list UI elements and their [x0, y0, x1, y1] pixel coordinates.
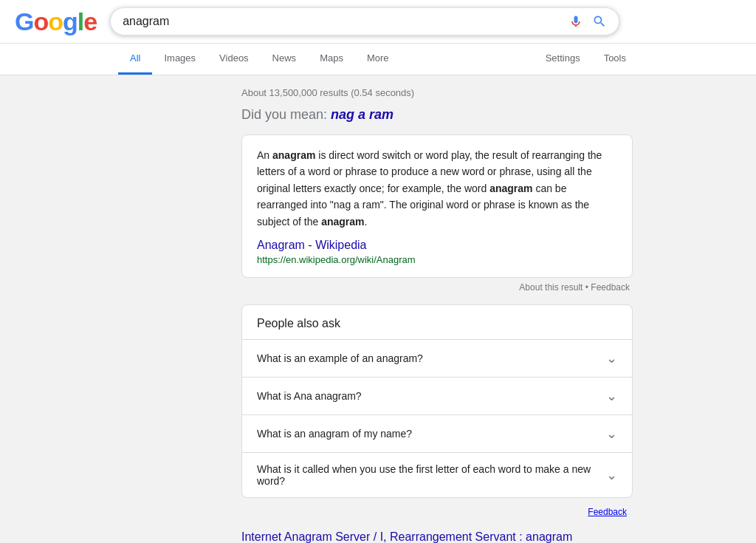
- chevron-down-icon: ⌄: [606, 426, 617, 442]
- tab-images[interactable]: Images: [152, 44, 207, 75]
- about-this-result[interactable]: About this result: [519, 282, 583, 293]
- search-icons: [568, 14, 607, 29]
- tab-maps[interactable]: Maps: [308, 44, 355, 75]
- paa-feedback-link[interactable]: Feedback: [588, 507, 627, 517]
- paa-item[interactable]: What is an example of an anagram? ⌄: [242, 339, 632, 377]
- tab-news[interactable]: News: [261, 44, 309, 75]
- paa-title: People also ask: [242, 305, 632, 339]
- paa-question-4: What is it called when you use the first…: [257, 463, 597, 487]
- did-you-mean: Did you mean: nag a ram: [241, 107, 633, 123]
- tab-settings[interactable]: Settings: [534, 44, 592, 75]
- tab-videos[interactable]: Videos: [207, 44, 261, 75]
- mic-icon[interactable]: [568, 14, 583, 29]
- chevron-down-icon: ⌄: [606, 388, 617, 404]
- wikipedia-link[interactable]: Anagram - Wikipedia: [257, 239, 617, 252]
- wikipedia-url: https://en.wikipedia.org/wiki/Anagram: [257, 254, 416, 265]
- results-count: About 13,500,000 results (0.54 seconds): [241, 87, 633, 98]
- paa-question-1: What is an example of an anagram?: [257, 352, 597, 364]
- search-input[interactable]: [123, 15, 568, 28]
- logo-text: Google: [15, 9, 97, 34]
- did-you-mean-link[interactable]: nag a ram: [331, 107, 394, 122]
- paa-question-3: What is an anagram of my name?: [257, 428, 597, 440]
- tab-more[interactable]: More: [355, 44, 401, 75]
- info-card-text: An anagram is direct word switch or word…: [257, 147, 617, 230]
- did-you-mean-label: Did you mean:: [241, 107, 327, 122]
- chevron-down-icon: ⌄: [606, 467, 617, 483]
- tab-tools[interactable]: Tools: [592, 44, 638, 75]
- info-card: An anagram is direct word switch or word…: [241, 134, 633, 278]
- next-result-link[interactable]: Internet Anagram Server / I, Rearrangeme…: [241, 530, 633, 543]
- search-bar: [110, 7, 619, 35]
- tab-all[interactable]: All: [118, 44, 152, 75]
- google-logo[interactable]: Google: [15, 9, 97, 34]
- search-submit-icon[interactable]: [592, 14, 607, 29]
- nav-tabs: All Images Videos News Maps More Setting…: [0, 44, 756, 75]
- paa-item[interactable]: What is Ana anagram? ⌄: [242, 377, 632, 414]
- main-content: About 13,500,000 results (0.54 seconds) …: [123, 75, 633, 543]
- paa-question-2: What is Ana anagram?: [257, 390, 597, 402]
- paa-item[interactable]: What is an anagram of my name? ⌄: [242, 414, 632, 452]
- nav-right: Settings Tools: [534, 44, 638, 75]
- paa-item[interactable]: What is it called when you use the first…: [242, 452, 632, 497]
- chevron-down-icon: ⌄: [606, 350, 617, 366]
- header: Google: [0, 0, 756, 44]
- info-card-footer: About this result • Feedback: [241, 282, 633, 293]
- people-also-ask-card: People also ask What is an example of an…: [241, 304, 633, 498]
- paa-footer: Feedback: [241, 502, 633, 522]
- feedback-link[interactable]: Feedback: [591, 282, 630, 293]
